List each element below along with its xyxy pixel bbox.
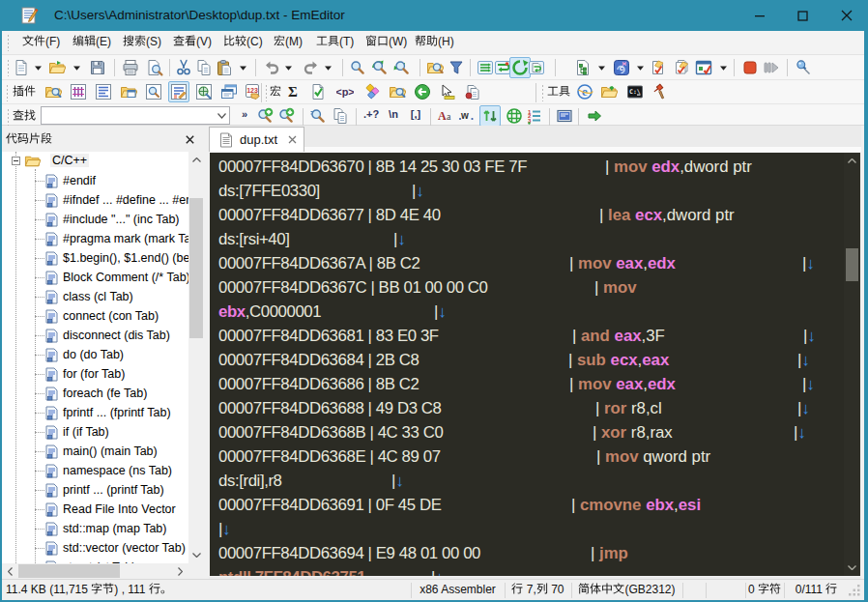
scroll-down-icon[interactable] (844, 559, 860, 576)
search-up-icon[interactable] (254, 105, 275, 127)
dropdown-caret-icon[interactable] (238, 57, 247, 78)
encoding-icon[interactable]: c (611, 57, 632, 78)
regex-grid-icon[interactable] (504, 105, 525, 127)
findbar-gripper[interactable] (6, 108, 11, 126)
text-editor[interactable]: 00007FF84DD63670 | 8B 14 25 30 03 FE 7F|… (210, 153, 844, 576)
search-up-down-icon[interactable] (479, 105, 501, 127)
resize-grip[interactable] (849, 585, 861, 597)
redo-icon[interactable] (301, 57, 322, 78)
regex-any-button[interactable]: .+? (363, 108, 379, 120)
find-icon[interactable] (347, 57, 368, 78)
dropdown-caret-icon[interactable] (635, 57, 645, 78)
tool-customize-icon[interactable] (649, 81, 670, 102)
macro-find-folder-icon[interactable] (387, 81, 408, 102)
plugin-outline-text-icon[interactable] (93, 81, 114, 102)
dropdown-caret-icon[interactable] (33, 57, 43, 78)
dropdown-caret-icon[interactable] (72, 57, 81, 78)
dropdown-caret-icon[interactable] (323, 57, 333, 78)
tree-item[interactable]: do (do Tab) (44, 345, 188, 364)
tree-item[interactable]: #ifndef ... #define ... #endif (44, 190, 188, 210)
tree-item[interactable]: foreach (fe Tab) (44, 384, 188, 403)
combo-dropdown-icon[interactable] (215, 107, 229, 124)
find-input[interactable] (42, 108, 215, 123)
tab-dup.txt[interactable]: dup.txt (209, 127, 304, 152)
menu-item-7[interactable]: (W) (365, 35, 407, 48)
editor-scrollbar-thumb[interactable] (846, 248, 858, 281)
stop-icon[interactable] (739, 57, 761, 78)
plugin-web-preview-icon[interactable] (193, 81, 215, 102)
editor-vertical-scrollbar[interactable] (844, 153, 860, 576)
scroll-down-icon[interactable] (188, 547, 204, 563)
tool-browser-icon[interactable]: e (574, 81, 595, 102)
plugin-word-count-icon[interactable]: 123 (242, 81, 263, 102)
wrap-by-page-icon[interactable] (526, 57, 547, 78)
tree-item[interactable]: disconnect (dis Tab) (44, 326, 188, 345)
pin-icon[interactable] (793, 57, 814, 78)
search-down-icon[interactable] (275, 105, 297, 127)
options-icon[interactable] (693, 57, 714, 78)
menu-item-2[interactable]: (S) (123, 35, 161, 48)
macro-tag-icon[interactable]: <p> (334, 81, 356, 102)
paste-icon[interactable] (214, 57, 235, 78)
dropdown-caret-icon[interactable] (718, 57, 728, 78)
match-word-icon[interactable]: w (456, 105, 477, 127)
incremental-search-icon[interactable] (307, 105, 329, 127)
tree-item[interactable]: main() (main Tab) (44, 442, 188, 461)
menu-item-5[interactable]: (M) (274, 35, 303, 48)
scroll-left-icon[interactable] (2, 563, 18, 579)
tree-item[interactable]: class (cl Tab) (44, 287, 188, 306)
maximize-button[interactable] (781, 0, 825, 31)
regex-brackets-button[interactable]: [,] (411, 108, 420, 120)
open-folder-icon[interactable] (46, 57, 68, 78)
tree-item[interactable]: #include "..." (inc Tab) (44, 210, 188, 229)
plugin-explorer-icon[interactable] (43, 81, 64, 102)
cut-icon[interactable] (173, 57, 194, 78)
tree-item[interactable]: for (for Tab) (44, 364, 188, 384)
close-button[interactable] (825, 0, 868, 31)
minimize-button[interactable] (738, 0, 781, 31)
filter-icon[interactable] (446, 57, 467, 78)
plugin-snippets-icon[interactable] (168, 81, 189, 102)
toolbar-gripper[interactable] (264, 84, 269, 101)
toolbar-gripper[interactable] (5, 84, 10, 101)
toolbar-gripper[interactable] (540, 84, 545, 101)
go-forward-icon[interactable] (584, 105, 605, 127)
dropdown-caret-icon[interactable] (596, 57, 606, 78)
menu-item-0[interactable]: (F) (22, 35, 60, 48)
tree-item[interactable]: #endif (44, 171, 188, 190)
menubar-gripper[interactable] (6, 34, 11, 51)
find-in-files-icon[interactable] (424, 57, 446, 78)
macro-copy-marker-icon[interactable] (462, 81, 483, 102)
menu-item-4[interactable]: (C) (223, 35, 263, 48)
run-macro-icon[interactable] (761, 57, 782, 78)
menu-item-3[interactable]: (V) (173, 35, 212, 48)
match-case-icon[interactable]: Aa (435, 105, 456, 127)
tree-item[interactable]: #pragma mark (mark Tab) (44, 229, 188, 248)
plugin-word-complete-icon[interactable] (218, 81, 240, 102)
overflow-chevron-button[interactable]: » (242, 108, 247, 120)
menu-item-6[interactable]: (T) (316, 35, 354, 48)
regex-newline-button[interactable]: \n (389, 108, 398, 120)
find-combobox[interactable] (41, 106, 230, 125)
macro-select-ruler-icon[interactable] (437, 81, 458, 102)
tree-item[interactable]: std::vector (vector Tab) (44, 538, 188, 558)
title-bar[interactable]: C:\Users\Administrator\Desktop\dup.txt -… (0, 0, 868, 31)
tab-close-icon[interactable] (286, 134, 298, 146)
tool-command-prompt-icon[interactable]: C:\ (624, 81, 646, 102)
tree-item[interactable]: $1.begin(), $1.end() (be Tab) (44, 248, 188, 268)
tree-item[interactable]: std::map (map Tab) (44, 519, 188, 538)
new-document-icon[interactable] (11, 57, 32, 78)
print-icon[interactable] (120, 57, 141, 78)
scrollbar-thumb[interactable] (189, 198, 203, 338)
find-previous-icon[interactable] (391, 57, 413, 78)
numbered-list-icon[interactable]: 123 (524, 105, 545, 127)
outline-icon[interactable] (572, 57, 593, 78)
plugin-html-bar-icon[interactable] (68, 81, 89, 102)
macro-sigma-icon[interactable]: Σ (282, 81, 304, 102)
snippets-horizontal-scrollbar[interactable] (2, 563, 188, 579)
plugin-projects-icon[interactable] (118, 81, 139, 102)
scrollbar-thumb[interactable] (18, 564, 120, 578)
plugin-search-icon[interactable] (143, 81, 164, 102)
macro-back-icon[interactable] (412, 81, 433, 102)
tree-item[interactable]: Block Comment (/* Tab) (44, 268, 188, 287)
